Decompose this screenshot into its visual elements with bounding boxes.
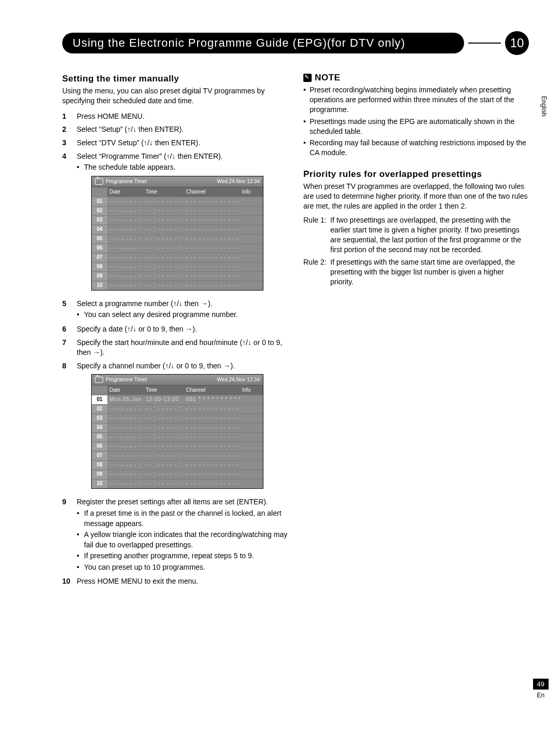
row-info bbox=[240, 244, 263, 253]
row-channel: - - - - - - - - - - - - - - - - - - - - … bbox=[184, 442, 240, 451]
row-time: - - : - - - - - : - - bbox=[144, 235, 184, 243]
note-item: Preset recording/watching begins immedia… bbox=[303, 85, 529, 115]
rule-label: Rule 1: bbox=[303, 215, 330, 255]
language-tab: English bbox=[540, 96, 548, 116]
step-8: Specify a channel number (↑/↓ or 0 to 9,… bbox=[62, 360, 288, 496]
rule-text: If presettings with the same start time … bbox=[330, 257, 529, 287]
row-date: - - -.- -.- - - bbox=[107, 470, 144, 479]
row-date: - - -.- -.- - - bbox=[107, 423, 144, 432]
row-num: 07 bbox=[92, 451, 107, 460]
row-time: - - : - - - - - : - - bbox=[144, 272, 184, 281]
rule-text: If two presettings are overlapped, the p… bbox=[330, 215, 529, 255]
row-time: - - : - - - - - : - - bbox=[144, 414, 184, 423]
row-date: - - -.- -.- - - bbox=[107, 405, 144, 414]
priority-intro: When preset TV programmes are overlapped… bbox=[303, 182, 529, 211]
col-info: Info bbox=[240, 385, 263, 395]
step-text: Select “DTV Setup” (↑/↓ then ENTER). bbox=[77, 139, 200, 147]
row-channel: - - - - - - - - - - - - - - - - - - - - … bbox=[184, 253, 240, 262]
row-info bbox=[240, 451, 263, 460]
row-channel: - - - - - - - - - - - - - - - - - - - - … bbox=[184, 414, 240, 423]
row-info bbox=[240, 405, 263, 414]
schedule-titlebar: Programme Timer Wed.24.Nov 12:34 bbox=[92, 176, 263, 187]
note-label: NOTE bbox=[315, 73, 340, 83]
row-date: - - -.- -.- - - bbox=[107, 281, 144, 290]
row-info bbox=[240, 206, 263, 215]
table-row: 07- - -.- -.- - -- - : - - - - - : - -- … bbox=[92, 451, 263, 460]
row-time: - - : - - - - - : - - bbox=[144, 206, 184, 215]
page-number-block: 49 En bbox=[533, 679, 549, 699]
step-6: Specify a date (↑/↓ or 0 to 9, then →). bbox=[62, 323, 288, 336]
schedule-table-b: Programme Timer Wed.24.Nov 12:34 Date Ti… bbox=[91, 374, 263, 489]
row-num: 09 bbox=[92, 272, 107, 281]
row-time: - - : - - - - - : - - bbox=[144, 405, 184, 414]
step-5: Select a programme number (↑/↓ then →). … bbox=[62, 297, 288, 323]
row-info bbox=[240, 433, 263, 442]
row-channel: - - - - - - - - - - - - - - - - - - - - … bbox=[184, 433, 240, 442]
step-7: Specify the start hour/minute and end ho… bbox=[62, 336, 288, 360]
row-time: - - : - - - - - : - - bbox=[144, 423, 184, 432]
col-info: Info bbox=[240, 187, 263, 197]
schedule-datetime: Wed.24.Nov 12:34 bbox=[217, 376, 260, 383]
table-row: 07- - -.- -.- - -- - : - - - - - : - -- … bbox=[92, 253, 263, 262]
step-text: Specify the start hour/minute and end ho… bbox=[77, 338, 282, 357]
table-row: 09- - -.- -.- - -- - : - - - - - : - -- … bbox=[92, 470, 263, 479]
row-date: - - -.- -.- - - bbox=[107, 433, 144, 442]
step-text: Register the preset settings after all i… bbox=[77, 498, 268, 506]
table-row: 05- - -.- -.- - -- - : - - - - - : - -- … bbox=[92, 234, 263, 243]
schedule-title: Programme Timer bbox=[106, 178, 147, 185]
row-date: - - -.- -.- - - bbox=[107, 244, 144, 253]
row-date: - - -.- -.- - - bbox=[107, 442, 144, 451]
row-channel: - - - - - - - - - - - - - - - - - - - - … bbox=[184, 423, 240, 432]
schedule-header: Date Time Channel Info bbox=[92, 385, 263, 395]
row-date: - - -.- -.- - - bbox=[107, 225, 144, 234]
intro-text: Using the menu, you can also preset digi… bbox=[62, 86, 288, 106]
row-time: - - : - - - - - : - - bbox=[144, 470, 184, 479]
row-date: - - -.- -.- - - bbox=[107, 197, 144, 206]
row-channel: - - - - - - - - - - - - - - - - - - - - … bbox=[184, 225, 240, 234]
col-channel: Channel bbox=[184, 385, 240, 395]
table-row: 08- - -.- -.- - -- - : - - - - - : - -- … bbox=[92, 262, 263, 271]
sub-item: A yellow triangle icon indicates that th… bbox=[77, 530, 288, 550]
step-text: Select “Programme Timer” (↑/↓ then ENTER… bbox=[77, 152, 223, 160]
rule-1: Rule 1: If two presettings are overlappe… bbox=[303, 215, 529, 255]
row-time: - - : - - - - - : - - bbox=[144, 281, 184, 290]
table-row: 09- - -.- -.- - -- - : - - - - - : - -- … bbox=[92, 271, 263, 281]
row-time: - - : - - - - - : - - bbox=[144, 263, 184, 271]
row-num: 03 bbox=[92, 216, 107, 225]
chapter-number: 10 bbox=[505, 31, 529, 55]
row-time: - - : - - - - - : - - bbox=[144, 197, 184, 206]
sub-item: If presetting another programme, repeat … bbox=[77, 551, 288, 561]
right-column: NOTE Preset recording/watching begins im… bbox=[303, 70, 529, 588]
note-icon bbox=[303, 74, 312, 82]
sub-item: The schedule table appears. bbox=[77, 162, 288, 173]
schedule-table-a: Programme Timer Wed.24.Nov 12:34 Date Ti… bbox=[91, 176, 263, 291]
row-info bbox=[240, 470, 263, 479]
row-time: - - : - - - - - : - - bbox=[144, 244, 184, 253]
row-channel: - - - - - - - - - - - - - - - - - - - - … bbox=[184, 272, 240, 281]
row-info bbox=[240, 423, 263, 432]
step-text: Specify a channel number (↑/↓ or 0 to 9,… bbox=[77, 362, 235, 370]
row-num: 10 bbox=[92, 281, 107, 290]
row-info bbox=[240, 225, 263, 234]
row-num: 02 bbox=[92, 206, 107, 215]
page-lang: En bbox=[533, 692, 549, 699]
row-info bbox=[240, 281, 263, 290]
row-info bbox=[240, 414, 263, 423]
table-row: 04- - -.- -.- - -- - : - - - - - : - -- … bbox=[92, 423, 263, 432]
row-num: 07 bbox=[92, 253, 107, 262]
row-time: - - : - - - - - : - - bbox=[144, 225, 184, 234]
row-channel: - - - - - - - - - - - - - - - - - - - - … bbox=[184, 451, 240, 460]
row-channel: - - - - - - - - - - - - - - - - - - - - … bbox=[184, 244, 240, 253]
row-info bbox=[240, 263, 263, 271]
row-info bbox=[240, 197, 263, 206]
table-row: 06- - -.- -.- - -- - : - - - - - : - -- … bbox=[92, 243, 263, 253]
row-date: - - -.- -.- - - bbox=[107, 263, 144, 271]
step-10: Press HOME MENU to exit the menu. bbox=[62, 575, 288, 588]
row-date: - - -.- -.- - - bbox=[107, 451, 144, 460]
row-num: 10 bbox=[92, 479, 107, 488]
row-num: 04 bbox=[92, 423, 107, 432]
row-date: - - -.- -.- - - bbox=[107, 235, 144, 243]
table-row: 02- - -.- -.- - -- - : - - - - - : - -- … bbox=[92, 206, 263, 215]
row-time: - - : - - - - - : - - bbox=[144, 479, 184, 488]
step-2: Select “Setup” (↑/↓ then ENTER). bbox=[62, 123, 288, 136]
